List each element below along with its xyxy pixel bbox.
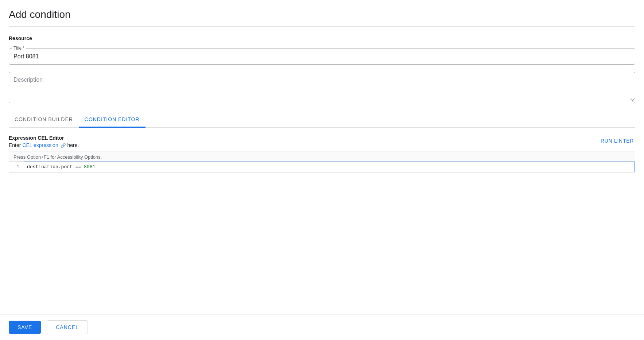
description-field-container: ⤡ (9, 72, 635, 103)
editor-section: Expression CEL Editor Enter CEL expressi… (9, 128, 635, 173)
line-number: 1 (9, 162, 24, 172)
tabs-container: CONDITION BUILDER CONDITION EDITOR (9, 112, 635, 128)
description-suffix: here. (67, 142, 79, 148)
code-line: 1 destination.port == 8081 (9, 161, 635, 172)
tab-condition-editor[interactable]: CONDITION EDITOR (79, 112, 146, 128)
title-input[interactable] (13, 52, 631, 61)
resource-section-label: Resource (9, 35, 635, 41)
code-keyword: destination.port == (27, 164, 84, 170)
code-editor-input[interactable]: destination.port == 8081 (24, 162, 635, 172)
cancel-button[interactable]: CANCEL (47, 320, 88, 334)
title-label: Title * (12, 46, 26, 51)
title-field-container: Title * (9, 49, 635, 65)
editor-header: Expression CEL Editor Enter CEL expressi… (9, 135, 635, 148)
external-link-icon: 🔗 (61, 143, 66, 148)
editor-section-title: Expression CEL Editor (9, 135, 79, 141)
description-prefix: Enter (9, 142, 22, 148)
code-editor-container: Press Option+F1 for Accessibility Option… (9, 151, 635, 173)
run-linter-button[interactable]: RUN LINTER (599, 135, 635, 147)
tab-condition-builder[interactable]: CONDITION BUILDER (9, 112, 79, 128)
editor-description: Enter CEL expression 🔗 here. (9, 142, 79, 148)
code-number: 8081 (84, 164, 95, 170)
editor-header-left: Expression CEL Editor Enter CEL expressi… (9, 135, 79, 148)
bottom-action-bar: SAVE CANCEL (0, 314, 644, 340)
required-indicator: * (23, 46, 25, 51)
save-button[interactable]: SAVE (9, 321, 41, 334)
divider-top (9, 26, 635, 27)
cel-expression-link[interactable]: CEL expression 🔗 (22, 142, 67, 148)
description-textarea[interactable] (9, 72, 635, 101)
page-title: Add condition (9, 9, 635, 26)
accessibility-hint: Press Option+F1 for Accessibility Option… (9, 151, 635, 161)
